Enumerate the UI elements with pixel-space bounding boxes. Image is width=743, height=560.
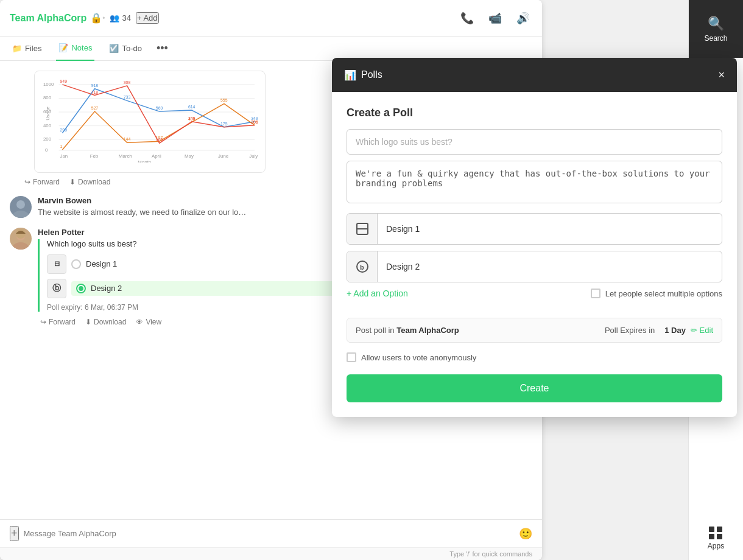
svg-text:206: 206 — [251, 120, 258, 124]
helen-avatar — [10, 228, 32, 250]
apps-dot-1 — [709, 527, 714, 532]
forward-icon: ↪ — [24, 178, 30, 186]
edit-expiry-button[interactable]: ✏ Edit — [691, 326, 713, 335]
marvin-avatar — [10, 196, 32, 218]
poll-option-2-input-row: b — [347, 251, 722, 282]
download-poll-icon: ⬇ — [85, 318, 91, 326]
svg-text:April: April — [152, 153, 161, 159]
emoji-button[interactable]: 🙂 — [519, 527, 532, 541]
svg-text:200: 200 — [43, 136, 52, 142]
design1-radio[interactable] — [71, 259, 81, 269]
svg-text:July: July — [249, 153, 258, 159]
add-option-button[interactable]: + Add an Option — [347, 289, 408, 298]
apps-grid-icon — [709, 527, 722, 539]
anonymous-label: Allow users to vote anonymously — [361, 353, 476, 362]
files-label: Files — [25, 44, 41, 53]
add-attachment-button[interactable]: + — [10, 526, 19, 541]
forward-poll-button[interactable]: ↪ Forward — [40, 318, 76, 326]
chart-container: 1000 800 600 400 200 0 — [34, 71, 266, 173]
notes-label: Notes — [71, 43, 92, 52]
polls-modal: 📊 Polls × Create a Poll We're a fun & qu… — [332, 58, 737, 417]
files-icon: 📁 — [12, 44, 22, 53]
post-in-label: Post poll in — [356, 326, 395, 335]
polls-title-row: 📊 Polls — [344, 69, 382, 81]
tab-notes[interactable]: 📝 Notes — [56, 37, 94, 61]
team-name: Team AlphaCorp — [10, 13, 86, 24]
svg-text:100: 100 — [156, 138, 163, 142]
expires-value: 1 Day — [664, 326, 686, 335]
svg-text:918: 918 — [91, 83, 99, 88]
svg-text:614: 614 — [188, 105, 195, 109]
notes-icon: 📝 — [58, 43, 68, 52]
forward-chart-button[interactable]: ↪ Forward — [24, 178, 60, 186]
poll-info-row: Post poll in Team AlphaCorp Poll Expires… — [347, 318, 722, 343]
tab-files[interactable]: 📁 Files — [10, 37, 44, 61]
polls-modal-header: 📊 Polls × — [332, 58, 737, 92]
expires-label: Poll Expires in — [605, 326, 655, 335]
design2-radio[interactable] — [76, 284, 86, 293]
view-poll-button[interactable]: 👁 View — [136, 318, 161, 326]
svg-text:290: 290 — [60, 128, 68, 132]
svg-text:555: 555 — [220, 98, 228, 102]
poll-description-input[interactable]: We're a fun & quirky agency that has out… — [347, 161, 722, 203]
poll-option-1-logo — [347, 214, 378, 244]
tab-todo[interactable]: ☑️ To-do — [107, 37, 144, 61]
phone-icon[interactable]: 📞 — [458, 9, 476, 27]
poll-option-1-input-row — [347, 213, 722, 245]
forward-poll-icon: ↪ — [40, 318, 46, 326]
more-options-button[interactable]: ••• — [157, 42, 168, 55]
search-icon: 🔍 — [708, 16, 724, 32]
poll-question-input[interactable] — [347, 129, 722, 155]
member-count: 34 — [122, 13, 130, 23]
design2-logo: ⓑ — [47, 279, 66, 298]
design2-label: Design 2 — [91, 284, 122, 293]
usage-chart: 1000 800 600 400 200 0 — [42, 79, 258, 163]
svg-text:949: 949 — [60, 79, 68, 83]
view-icon: 👁 — [136, 318, 143, 326]
message-input[interactable] — [24, 529, 514, 538]
svg-text:March: March — [119, 153, 132, 159]
header-actions: 📞 📹 🔊 — [458, 9, 532, 27]
chat-header: Team AlphaCorp 🔒 • 👥 34 + Add 📞 📹 🔊 — [0, 0, 542, 37]
poll-option-2-input[interactable] — [378, 254, 722, 279]
poll-option-1-input[interactable] — [378, 217, 722, 241]
design1-logo: ⊟ — [47, 254, 66, 274]
svg-text:0: 0 — [45, 147, 48, 153]
multiple-select-row: Let people select multiple options — [591, 289, 722, 298]
download-poll-button[interactable]: ⬇ Download — [85, 318, 126, 326]
multiple-select-checkbox[interactable] — [591, 289, 600, 298]
members-icon: 👥 — [110, 13, 119, 23]
todo-label: To-do — [122, 44, 142, 53]
anonymous-checkbox[interactable] — [347, 352, 356, 362]
chat-nav: 📁 Files 📝 Notes ☑️ To-do ••• — [0, 37, 542, 61]
create-poll-title: Create a Poll — [347, 107, 722, 119]
type-hint: Type '/' for quick commands — [0, 547, 542, 560]
svg-point-41 — [16, 200, 25, 209]
apps-panel[interactable]: Apps — [708, 527, 724, 550]
svg-text:May: May — [185, 153, 194, 159]
polls-close-button[interactable]: × — [718, 69, 725, 82]
download-icon: ⬇ — [69, 178, 76, 186]
todo-icon: ☑️ — [109, 44, 119, 53]
svg-text:Month: Month — [138, 159, 151, 163]
lock-icon: 🔒 — [90, 12, 102, 24]
search-label: Search — [704, 34, 727, 43]
video-icon[interactable]: 📹 — [486, 9, 504, 27]
poll-option-2-logo: b — [347, 251, 378, 282]
svg-text:Feb: Feb — [90, 153, 99, 159]
create-poll-button[interactable]: Create — [347, 374, 722, 402]
polls-bar-icon: 📊 — [344, 69, 356, 81]
poll-post-in-info: Post poll in Team AlphaCorp — [356, 326, 459, 335]
svg-text:Jan: Jan — [60, 153, 68, 159]
add-member-button[interactable]: + Add — [136, 12, 159, 24]
message-input-area: + 🙂 — [0, 519, 542, 547]
multiple-select-label: Let people select multiple options — [605, 289, 722, 298]
team-title: Team AlphaCorp 🔒 — [10, 12, 102, 24]
search-panel[interactable]: 🔍 Search — [689, 0, 744, 58]
svg-point-44 — [12, 242, 29, 250]
speaker-icon[interactable]: 🔊 — [514, 9, 532, 27]
svg-text:800: 800 — [43, 95, 52, 100]
download-chart-button[interactable]: ⬇ Download — [69, 178, 110, 186]
poll-expires-info: Poll Expires in 1 Day ✏ Edit — [605, 326, 713, 335]
svg-text:308: 308 — [124, 80, 131, 85]
